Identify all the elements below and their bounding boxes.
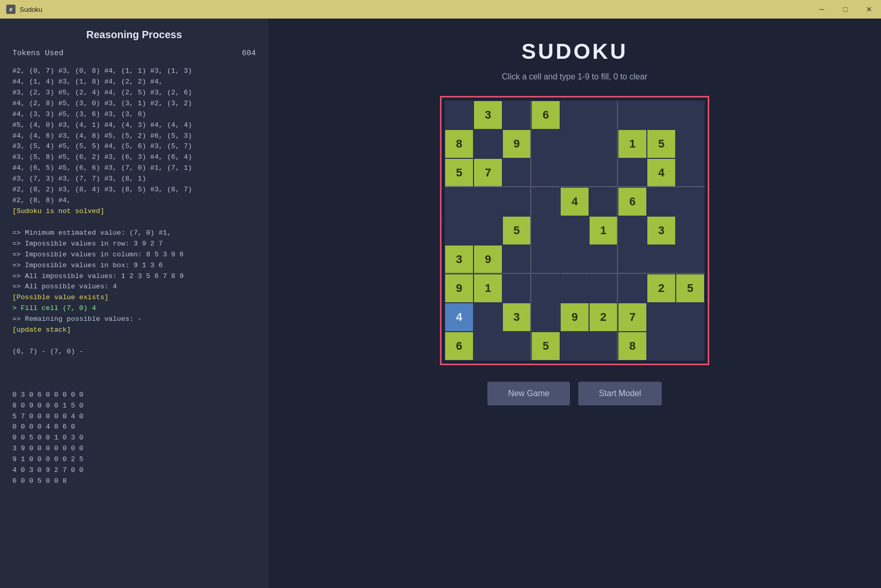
sudoku-cell[interactable] xyxy=(560,274,589,303)
sudoku-cell[interactable] xyxy=(445,216,474,245)
sudoku-cell[interactable] xyxy=(676,332,705,361)
close-button[interactable]: ✕ xyxy=(857,0,881,19)
minimize-button[interactable]: ─ xyxy=(810,0,834,19)
sudoku-cell[interactable] xyxy=(560,245,589,274)
sudoku-cell[interactable] xyxy=(474,129,502,158)
sudoku-cell[interactable]: 8 xyxy=(445,129,474,158)
sudoku-cell[interactable] xyxy=(474,216,502,245)
left-panel: Reasoning Process Tokens Used 604 #2, (0… xyxy=(0,19,268,588)
sudoku-cell[interactable] xyxy=(647,101,676,129)
svg-text:#: # xyxy=(9,7,13,13)
reasoning-content[interactable]: #2, (0, 7) #3, (0, 8) #4, (1, 1) #3, (1,… xyxy=(0,62,268,588)
buttons-row: New Game Start Model xyxy=(487,382,662,405)
sudoku-cell[interactable]: 5 xyxy=(445,158,474,187)
sudoku-cell[interactable] xyxy=(647,187,676,216)
sudoku-cell[interactable] xyxy=(502,332,531,361)
sudoku-cell[interactable]: 4 xyxy=(560,187,589,216)
sudoku-cell[interactable]: 3 xyxy=(502,303,531,332)
sudoku-cell[interactable]: 4 xyxy=(647,158,676,187)
sudoku-cell[interactable]: 4 xyxy=(445,303,474,332)
sudoku-cell[interactable]: 9 xyxy=(560,303,589,332)
sudoku-cell[interactable] xyxy=(445,101,474,129)
sudoku-cell[interactable]: 2 xyxy=(589,303,618,332)
sudoku-grid: 3689155744651339912543927658 xyxy=(445,101,705,361)
sudoku-cell[interactable] xyxy=(589,129,618,158)
sudoku-cell[interactable]: 5 xyxy=(647,129,676,158)
sudoku-cell[interactable] xyxy=(531,216,560,245)
sudoku-cell[interactable] xyxy=(560,158,589,187)
sudoku-cell[interactable] xyxy=(589,332,618,361)
sudoku-cell[interactable] xyxy=(618,101,647,129)
sudoku-cell[interactable] xyxy=(618,216,647,245)
sudoku-cell[interactable] xyxy=(502,101,531,129)
sudoku-cell[interactable] xyxy=(502,158,531,187)
new-game-button[interactable]: New Game xyxy=(487,382,570,405)
sudoku-cell[interactable] xyxy=(676,187,705,216)
sudoku-cell[interactable]: 5 xyxy=(531,332,560,361)
sudoku-cell[interactable] xyxy=(676,216,705,245)
sudoku-cell[interactable] xyxy=(647,332,676,361)
sudoku-cell[interactable] xyxy=(589,158,618,187)
sudoku-cell[interactable] xyxy=(560,129,589,158)
sudoku-cell[interactable]: 5 xyxy=(502,216,531,245)
sudoku-cell[interactable] xyxy=(474,187,502,216)
maximize-button[interactable]: □ xyxy=(834,0,857,19)
titlebar: # Sudoku ─ □ ✕ xyxy=(0,0,881,19)
sudoku-cell[interactable] xyxy=(589,101,618,129)
sudoku-cell[interactable] xyxy=(531,187,560,216)
sudoku-cell[interactable] xyxy=(531,129,560,158)
right-panel: SUDOKU Click a cell and type 1-9 to fill… xyxy=(268,19,881,588)
sudoku-cell[interactable] xyxy=(676,158,705,187)
sudoku-cell[interactable]: 1 xyxy=(618,129,647,158)
sudoku-cell[interactable]: 9 xyxy=(502,129,531,158)
sudoku-cell[interactable]: 8 xyxy=(618,332,647,361)
sudoku-cell[interactable] xyxy=(618,245,647,274)
sudoku-cell[interactable] xyxy=(676,303,705,332)
sudoku-cell[interactable]: 6 xyxy=(445,332,474,361)
sudoku-cell[interactable] xyxy=(618,158,647,187)
sudoku-grid-wrapper: 3689155744651339912543927658 xyxy=(440,96,709,365)
sudoku-cell[interactable] xyxy=(531,274,560,303)
sudoku-title: SUDOKU xyxy=(521,39,628,64)
sudoku-cell[interactable] xyxy=(502,187,531,216)
sudoku-cell[interactable] xyxy=(474,303,502,332)
sudoku-cell[interactable] xyxy=(474,332,502,361)
sudoku-cell[interactable] xyxy=(531,303,560,332)
sudoku-cell[interactable] xyxy=(560,332,589,361)
sudoku-cell[interactable] xyxy=(560,216,589,245)
sudoku-cell[interactable]: 9 xyxy=(474,245,502,274)
sudoku-cell[interactable] xyxy=(531,158,560,187)
sudoku-cell[interactable] xyxy=(676,245,705,274)
titlebar-controls: ─ □ ✕ xyxy=(810,0,881,19)
sudoku-cell[interactable] xyxy=(589,245,618,274)
tokens-label: Tokens Used xyxy=(12,49,63,58)
sudoku-cell[interactable] xyxy=(676,129,705,158)
sudoku-cell[interactable]: 5 xyxy=(676,274,705,303)
sudoku-cell[interactable]: 3 xyxy=(474,101,502,129)
sudoku-cell[interactable]: 7 xyxy=(618,303,647,332)
sudoku-cell[interactable]: 3 xyxy=(647,216,676,245)
sudoku-cell[interactable]: 7 xyxy=(474,158,502,187)
sudoku-cell[interactable] xyxy=(676,101,705,129)
sudoku-cell[interactable]: 2 xyxy=(647,274,676,303)
sudoku-cell[interactable]: 1 xyxy=(474,274,502,303)
sudoku-cell[interactable]: 3 xyxy=(445,245,474,274)
sudoku-cell[interactable]: 6 xyxy=(618,187,647,216)
sudoku-cell[interactable] xyxy=(531,245,560,274)
sudoku-cell[interactable]: 9 xyxy=(445,274,474,303)
sudoku-cell[interactable] xyxy=(502,245,531,274)
sudoku-cell[interactable] xyxy=(560,101,589,129)
sudoku-cell[interactable] xyxy=(647,303,676,332)
sudoku-cell[interactable]: 6 xyxy=(531,101,560,129)
sudoku-cell[interactable] xyxy=(502,274,531,303)
sudoku-cell[interactable]: 1 xyxy=(589,216,618,245)
app-icon: # xyxy=(6,5,15,14)
sudoku-cell[interactable] xyxy=(589,274,618,303)
sudoku-cell[interactable] xyxy=(445,187,474,216)
sudoku-cell[interactable] xyxy=(647,245,676,274)
sudoku-hint: Click a cell and type 1-9 to fill, 0 to … xyxy=(502,72,647,81)
main-layout: Reasoning Process Tokens Used 604 #2, (0… xyxy=(0,19,881,588)
start-model-button[interactable]: Start Model xyxy=(578,382,662,405)
sudoku-cell[interactable] xyxy=(589,187,618,216)
sudoku-cell[interactable] xyxy=(618,274,647,303)
